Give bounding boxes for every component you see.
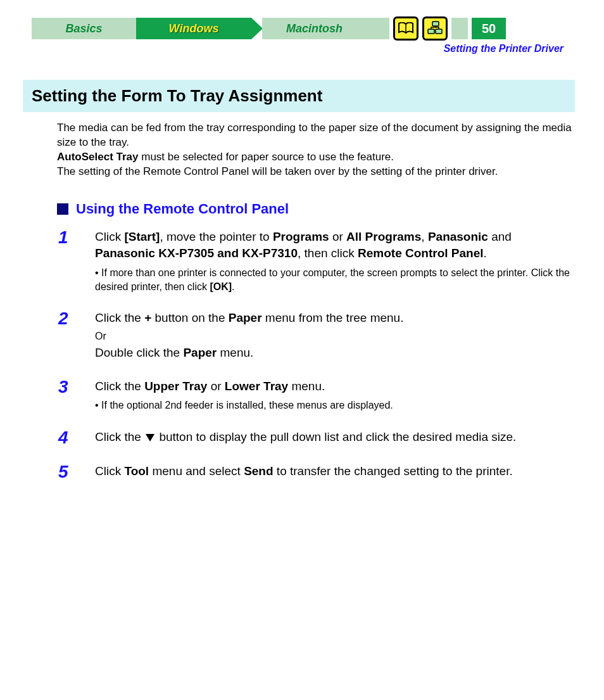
step-number: 3 [58, 378, 76, 412]
step-number: 2 [58, 310, 76, 362]
network-icon [427, 21, 443, 36]
subheading: Using the Remote Control Panel [76, 201, 289, 217]
document-page: Basics Windows Macintosh 50 Setting the … [0, 0, 604, 523]
intro-line-3: The setting of the Remote Control Panel … [57, 165, 572, 179]
step-note: • If the optional 2nd feeder is installe… [95, 398, 572, 412]
steps-list: 1 Click [Start], move the pointer to Pro… [58, 229, 572, 481]
step-body: Click the + button on the Paper menu fro… [95, 310, 572, 362]
step-body: Click [Start], move the pointer to Progr… [95, 229, 572, 293]
tab-basics[interactable]: Basics [32, 18, 136, 39]
tab-windows-label: Windows [136, 18, 251, 39]
step-body: Click the button to display the pull dow… [95, 429, 572, 447]
page-number: 50 [472, 18, 506, 39]
network-icon-button[interactable] [422, 16, 448, 41]
intro-line-2: AutoSelect Tray must be selected for pap… [57, 150, 572, 165]
section-title-bar: Setting the Form To Tray Assignment [23, 80, 575, 112]
tab-macintosh[interactable]: Macintosh [262, 18, 367, 39]
step-number: 1 [58, 229, 76, 293]
breadcrumb-link[interactable]: Setting the Printer Driver [32, 43, 572, 54]
step-number: 5 [58, 463, 76, 481]
section-title: Setting the Form To Tray Assignment [32, 86, 566, 106]
svg-rect-2 [428, 29, 434, 34]
step-or: Or [95, 329, 572, 343]
nav-spacer-2 [451, 18, 468, 39]
book-icon [398, 22, 414, 35]
triangle-down-icon [146, 434, 154, 442]
step-5: 5 Click Tool menu and select Send to tra… [58, 463, 572, 481]
intro-line-1: The media can be fed from the tray corre… [57, 121, 572, 150]
top-nav-bar: Basics Windows Macintosh 50 [32, 18, 572, 39]
subheading-row: Using the Remote Control Panel [57, 201, 572, 217]
tab-windows[interactable]: Windows [136, 18, 263, 39]
step-1: 1 Click [Start], move the pointer to Pro… [58, 229, 572, 293]
step-2: 2 Click the + button on the Paper menu f… [58, 310, 572, 362]
step-number: 4 [58, 429, 76, 447]
book-icon-button[interactable] [393, 16, 418, 41]
square-bullet-icon [57, 203, 68, 215]
tab-windows-arrow-icon [251, 18, 263, 39]
step-note: • If more than one printer is connected … [95, 266, 572, 293]
step-body: Click Tool menu and select Send to trans… [95, 463, 572, 481]
intro-block: The media can be fed from the tray corre… [57, 121, 572, 179]
svg-rect-1 [432, 22, 439, 26]
nav-spacer [367, 18, 389, 39]
step-body: Click the Upper Tray or Lower Tray menu.… [95, 378, 572, 412]
step-4: 4 Click the button to display the pull d… [58, 429, 572, 447]
svg-rect-3 [436, 29, 442, 34]
step-3: 3 Click the Upper Tray or Lower Tray men… [58, 378, 572, 412]
